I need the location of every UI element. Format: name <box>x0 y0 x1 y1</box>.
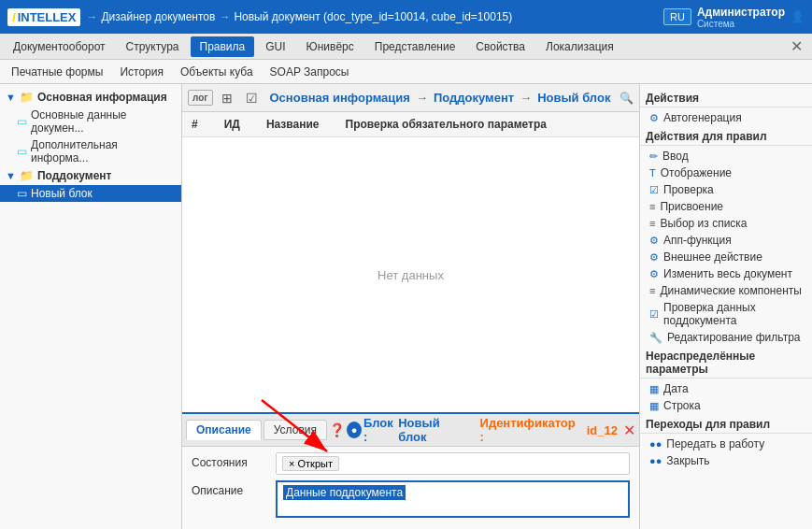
breadcrumb-new-doc: Новый документ (doc_type_id=10014, cube_… <box>234 10 512 23</box>
expand-icon-1: ▼ <box>6 92 16 103</box>
menu-item-documentooborot[interactable]: Документооборот <box>4 36 115 57</box>
sidebar: ▼ 📁 Основная информация ▭ Основные данны… <box>0 84 182 529</box>
breadcrumb-1: Основная информация <box>270 91 410 105</box>
right-item-app-function[interactable]: ⚙ Апп-функция <box>640 232 812 249</box>
user-avatar-icon: 👤 <box>791 10 805 23</box>
right-item-proverka[interactable]: ☑ Проверка <box>640 181 812 198</box>
right-item-peredat[interactable]: ●● Передать в работу <box>640 436 812 452</box>
desc-row: Описание Данные поддокумента <box>192 480 630 518</box>
tab-opisanie[interactable]: Описание <box>186 420 262 440</box>
no-data-label: Нет данных <box>182 137 639 412</box>
zakryt-icon: ●● <box>649 455 662 466</box>
close-circle-icon[interactable]: ✕ <box>623 422 635 439</box>
right-section-title-0: Действия <box>640 88 812 107</box>
state-tag-text: × Открыт <box>289 458 333 469</box>
izmenit-icon: ⚙ <box>649 268 659 280</box>
right-item-dinamicheskie[interactable]: ≡ Динамические компоненты <box>640 282 812 299</box>
submenu-obekty-kuba[interactable]: Объекты куба <box>173 63 261 81</box>
desc-textarea[interactable]: Данные поддокумента <box>276 480 630 518</box>
right-section-label-2: Нераспределённые параметры <box>646 350 755 376</box>
stroka-icon: ▦ <box>649 400 659 412</box>
log-button[interactable]: лог <box>188 90 213 106</box>
right-section-title-1: Действия для правил <box>640 126 812 146</box>
top-bar: I INTELLEX → Дизайнер документов → Новый… <box>0 0 812 34</box>
menu-item-lokalizatsiya[interactable]: Локализация <box>536 36 623 57</box>
logo-text: INTELLEX <box>18 10 77 24</box>
state-row: Состояния × Открыт <box>192 452 630 475</box>
logo: I INTELLEX <box>7 8 80 26</box>
menu-item-pravila[interactable]: Правила <box>191 36 255 57</box>
vybor-icon: ≡ <box>649 218 655 229</box>
right-item-otobrazhenie[interactable]: T Отображение <box>640 164 812 181</box>
dinamicheskie-icon: ≡ <box>649 285 655 296</box>
content-toolbar: лог ⊞ ☑ Основная информация → Поддокумен… <box>182 84 639 112</box>
user-role: Система <box>697 19 785 29</box>
app-function-label: Апп-функция <box>663 234 732 247</box>
right-item-zakryt[interactable]: ●● Закрыть <box>640 452 812 469</box>
autogeneration-label: Автогенерация <box>663 111 742 124</box>
proverka-icon: ☑ <box>649 184 659 196</box>
right-item-redaktirovanie[interactable]: 🔧 Редактирование фильтра <box>640 329 812 346</box>
menu-item-svoystva[interactable]: Свойства <box>466 36 534 57</box>
right-item-izmenit[interactable]: ⚙ Изменить весь документ <box>640 265 812 282</box>
vnesh-label: Внешнее действие <box>663 250 762 264</box>
sidebar-group-header-osnovnaya[interactable]: ▼ 📁 Основная информация <box>0 88 181 107</box>
right-item-vybor[interactable]: ≡ Выбор из списка <box>640 215 812 232</box>
menu-item-struktura[interactable]: Структура <box>117 36 189 57</box>
right-section-label-0: Действия <box>646 92 699 105</box>
state-tag-input[interactable]: × Открыт <box>276 452 630 475</box>
menu-item-univers[interactable]: Юнивёрс <box>297 36 363 57</box>
block-name: Новый блок <box>398 416 463 444</box>
submenu-istoriya[interactable]: История <box>112 63 171 81</box>
right-section-title-3: Переходы для правил <box>640 414 812 434</box>
info-circle[interactable]: ● <box>347 422 362 438</box>
right-item-vnesh[interactable]: ⚙ Внешнее действие <box>640 249 812 265</box>
table-button[interactable]: ⊞ <box>217 88 237 108</box>
check-button[interactable]: ☑ <box>241 88 263 108</box>
search-icon[interactable]: 🔍 <box>620 92 634 105</box>
right-item-vvod[interactable]: ✏ Ввод <box>640 148 812 164</box>
main-layout: ▼ 📁 Основная информация ▭ Основные данны… <box>0 84 812 529</box>
doc-icon-1: ▭ <box>17 115 27 128</box>
right-section-label-1: Действия для правил <box>646 130 767 143</box>
sidebar-item-label-dop: Дополнительная информа... <box>31 138 176 164</box>
menu-close-icon[interactable]: ✕ <box>785 37 808 55</box>
desc-field: Данные поддокумента <box>276 480 630 518</box>
submenu-soap[interactable]: SOAP Запросы <box>263 63 357 81</box>
prisvoenie-label: Присвоение <box>660 200 723 213</box>
tab-usloviya[interactable]: Условия <box>264 420 327 440</box>
doc-icon-3: ▭ <box>17 187 27 200</box>
arrow-icon-1: → <box>86 10 97 23</box>
breadcrumb-3: Новый блок <box>537 91 610 105</box>
sub-menu-bar: Печатные формы История Объекты куба SOAP… <box>0 60 812 84</box>
izmenit-label: Изменить весь документ <box>663 267 792 280</box>
sidebar-group-header-poddokument[interactable]: ▼ 📁 Поддокумент <box>0 166 181 185</box>
breadcrumb-doc-designer[interactable]: Дизайнер документов <box>101 10 215 23</box>
sidebar-item-novy-blok[interactable]: ▭ Новый блок <box>0 185 181 202</box>
sidebar-group-label-1: Основная информация <box>37 91 167 104</box>
right-item-autogeneration[interactable]: ⚙ Автогенерация <box>640 109 812 126</box>
folder-icon-2: 📁 <box>20 169 34 182</box>
sidebar-item-osnovnye-dannye[interactable]: ▭ Основные данные докумен... <box>0 107 181 136</box>
sidebar-item-dopolnitelnaya[interactable]: ▭ Дополнительная информа... <box>0 136 181 166</box>
help-icon[interactable]: ❓ <box>329 422 345 437</box>
right-panel: Действия ⚙ Автогенерация Действия для пр… <box>639 84 812 529</box>
submenu-pechatnye-formy[interactable]: Печатные формы <box>4 63 110 81</box>
state-tag[interactable]: × Открыт <box>282 456 339 471</box>
state-field: × Открыт <box>276 452 630 475</box>
content-breadcrumb: Основная информация → Поддокумент → Новы… <box>270 91 617 105</box>
menu-item-predstavlenie[interactable]: Представление <box>365 36 465 57</box>
zakryt-label: Закрыть <box>666 454 709 467</box>
right-item-prisvoenie[interactable]: ≡ Присвоение <box>640 198 812 215</box>
user-area: RU Администратор Система 👤 <box>663 6 805 29</box>
menu-bar: Документооборот Структура Правила GUI Юн… <box>0 34 812 60</box>
right-item-stroka[interactable]: ▦ Строка <box>640 397 812 414</box>
lang-button[interactable]: RU <box>663 8 691 25</box>
menu-item-gui[interactable]: GUI <box>256 36 294 57</box>
right-item-proverka-dannyh[interactable]: ☑ Проверка данных поддокумента <box>640 299 812 329</box>
app-function-icon: ⚙ <box>649 235 659 247</box>
right-item-data[interactable]: ▦ Дата <box>640 380 812 397</box>
id-value: id_12 <box>587 423 618 437</box>
breadcrumb-arrow-2: → <box>520 91 532 105</box>
proverka-dannyh-label: Проверка данных поддокумента <box>663 301 806 327</box>
